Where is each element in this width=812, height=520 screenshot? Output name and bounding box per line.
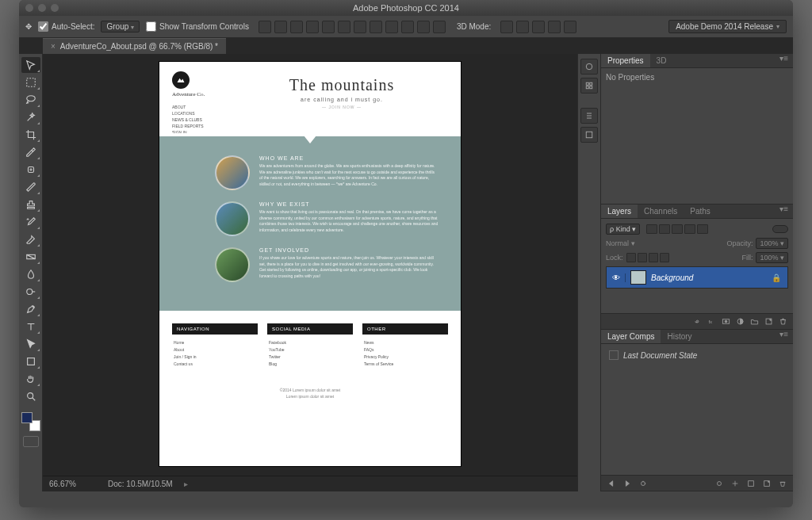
eyedropper-tool[interactable]: [21, 144, 40, 160]
fill-field[interactable]: 100% ▾: [756, 252, 788, 263]
lock-icon[interactable]: [626, 253, 636, 262]
crop-tool[interactable]: [21, 127, 40, 143]
3d-icon[interactable]: [516, 21, 529, 33]
align-icon[interactable]: [322, 21, 335, 33]
lock-icon[interactable]: [638, 253, 647, 262]
adjustments-panel-icon[interactable]: [580, 108, 598, 124]
visibility-icon[interactable]: 👁: [607, 273, 626, 282]
new-group-icon[interactable]: [749, 317, 760, 327]
quick-mask-icon[interactable]: [23, 436, 39, 447]
history-brush-tool[interactable]: [21, 214, 40, 230]
svg-rect-18: [749, 480, 754, 486]
type-tool[interactable]: [21, 319, 40, 335]
3d-icon[interactable]: [564, 21, 576, 33]
tab-paths[interactable]: Paths: [684, 205, 717, 218]
healing-tool[interactable]: [21, 162, 40, 178]
auto-select-check[interactable]: Auto-Select:: [38, 21, 94, 32]
tab-layer-comps[interactable]: Layer Comps: [601, 330, 661, 343]
update-visibility-icon[interactable]: [714, 479, 725, 488]
filter-toggle[interactable]: [772, 225, 788, 233]
next-comp-icon[interactable]: [622, 479, 633, 488]
panel-menu-icon[interactable]: ▾≡: [775, 54, 793, 67]
tab-properties[interactable]: Properties: [601, 54, 650, 67]
align-icon[interactable]: [290, 21, 303, 33]
move-tool-icon[interactable]: ✥: [25, 22, 32, 31]
link-layers-icon[interactable]: [691, 317, 703, 327]
delete-comp-icon[interactable]: [777, 479, 788, 488]
color-panel-icon[interactable]: [580, 59, 598, 75]
apply-comp-icon[interactable]: [609, 350, 619, 360]
stamp-tool[interactable]: [21, 197, 40, 212]
opacity-field[interactable]: 100% ▾: [756, 238, 788, 249]
tab-history[interactable]: History: [661, 330, 698, 343]
blend-mode-select[interactable]: Normal ▾: [606, 239, 669, 247]
align-icon[interactable]: [274, 21, 287, 33]
delete-layer-icon[interactable]: [777, 317, 788, 327]
auto-select-target[interactable]: Group ▾: [101, 21, 140, 32]
new-layer-icon[interactable]: [763, 317, 774, 327]
distribute-icon[interactable]: [370, 21, 382, 33]
tab-layers[interactable]: Layers: [601, 205, 638, 218]
workspace-switcher[interactable]: Adobe Demo 2014 Release▾: [668, 20, 787, 33]
layer-mask-icon[interactable]: [720, 317, 731, 327]
magic-wand-tool[interactable]: [21, 109, 40, 125]
new-comp-icon[interactable]: [761, 479, 772, 488]
distribute-icon[interactable]: [401, 21, 414, 33]
tab-channels[interactable]: Channels: [638, 205, 684, 218]
marquee-tool[interactable]: [21, 75, 40, 90]
3d-icon[interactable]: [532, 21, 545, 33]
dodge-tool[interactable]: [21, 284, 40, 300]
color-swatches[interactable]: [21, 412, 40, 431]
panel-menu-icon[interactable]: ▾≡: [775, 205, 793, 218]
close-tab-icon[interactable]: ×: [51, 42, 56, 51]
shape-tool[interactable]: [21, 354, 40, 369]
layer-comp-row[interactable]: Last Document State: [606, 349, 788, 361]
adjustment-layer-icon[interactable]: [734, 317, 745, 327]
distribute-icon[interactable]: [433, 21, 446, 33]
zoom-tool[interactable]: [21, 388, 40, 404]
layer-list: 👁 Background 🔒: [606, 266, 788, 289]
filter-kind[interactable]: ρ Kind ▾: [606, 224, 640, 235]
update-position-icon[interactable]: [730, 479, 741, 488]
site-nav: ABOUTLOCATIONSNEWS & CLUBSFIELD REPORTSS…: [172, 104, 236, 136]
align-icon[interactable]: [338, 21, 350, 33]
zoom-field[interactable]: [49, 480, 97, 488]
brush-tool[interactable]: [21, 179, 40, 195]
3d-icon[interactable]: [548, 21, 561, 33]
artboard: Adventure Co. ABOUTLOCATIONSNEWS & CLUBS…: [159, 62, 461, 466]
canvas[interactable]: Adventure Co. ABOUTLOCATIONSNEWS & CLUBS…: [43, 54, 577, 491]
layer-row[interactable]: 👁 Background 🔒: [607, 267, 787, 288]
show-transform-check[interactable]: Show Transform Controls: [146, 21, 249, 32]
align-icon[interactable]: [306, 21, 319, 33]
tab-3d[interactable]: 3D: [650, 54, 673, 67]
filter-icon[interactable]: [697, 224, 708, 234]
styles-panel-icon[interactable]: [580, 127, 598, 143]
panel-menu-icon[interactable]: ▾≡: [775, 330, 793, 343]
layer-fx-icon[interactable]: fx: [706, 317, 717, 327]
blur-tool[interactable]: [21, 266, 40, 282]
layer-name: Background: [651, 273, 693, 282]
filter-icon[interactable]: [684, 224, 695, 234]
move-tool[interactable]: [21, 57, 40, 73]
update-comp-icon[interactable]: [638, 479, 649, 488]
distribute-icon[interactable]: [385, 21, 398, 33]
prev-comp-icon[interactable]: [606, 479, 617, 488]
eraser-tool[interactable]: [21, 231, 40, 247]
update-appearance-icon[interactable]: [745, 479, 756, 488]
pen-tool[interactable]: [21, 301, 40, 317]
path-select-tool[interactable]: [21, 336, 40, 352]
hand-tool[interactable]: [21, 371, 40, 387]
filter-icon[interactable]: [672, 224, 683, 234]
3d-icon[interactable]: [500, 21, 513, 33]
gradient-tool[interactable]: [21, 249, 40, 265]
distribute-icon[interactable]: [417, 21, 430, 33]
filter-icon[interactable]: [646, 224, 657, 234]
document-tab[interactable]: × AdventureCo_About.psd @ 66.7% (RGB/8) …: [43, 38, 226, 54]
filter-icon[interactable]: [659, 224, 670, 234]
align-icon[interactable]: [259, 21, 271, 33]
distribute-icon[interactable]: [354, 21, 366, 33]
swatches-panel-icon[interactable]: [580, 78, 598, 94]
lock-icon[interactable]: [660, 253, 669, 262]
lasso-tool[interactable]: [21, 92, 40, 108]
lock-icon[interactable]: [649, 253, 658, 262]
